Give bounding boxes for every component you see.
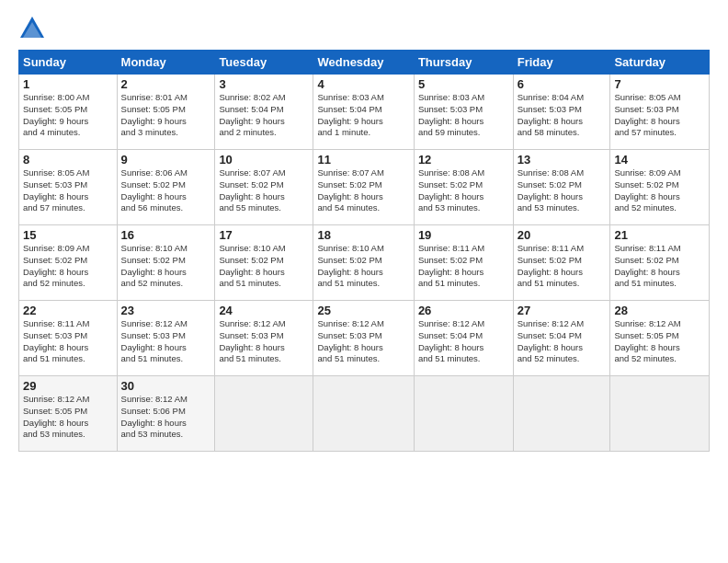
day-info: Sunrise: 8:10 AM Sunset: 5:02 PM Dayligh… (317, 243, 409, 290)
day-cell: 5Sunrise: 8:03 AM Sunset: 5:03 PM Daylig… (414, 75, 513, 150)
day-info: Sunrise: 8:09 AM Sunset: 5:02 PM Dayligh… (614, 167, 705, 214)
day-info: Sunrise: 8:07 AM Sunset: 5:02 PM Dayligh… (219, 167, 309, 214)
day-cell: 8Sunrise: 8:05 AM Sunset: 5:03 PM Daylig… (19, 150, 118, 225)
day-cell: 30Sunrise: 8:12 AM Sunset: 5:06 PM Dayli… (117, 376, 215, 452)
day-info: Sunrise: 8:11 AM Sunset: 5:02 PM Dayligh… (518, 243, 607, 290)
day-number: 4 (317, 77, 409, 91)
day-cell (414, 376, 513, 452)
day-number: 1 (23, 77, 113, 91)
day-info: Sunrise: 8:12 AM Sunset: 5:05 PM Dayligh… (23, 394, 113, 441)
day-cell: 12Sunrise: 8:08 AM Sunset: 5:02 PM Dayli… (414, 150, 513, 225)
day-cell (215, 376, 313, 452)
day-cell: 4Sunrise: 8:03 AM Sunset: 5:04 PM Daylig… (313, 75, 414, 150)
day-info: Sunrise: 8:04 AM Sunset: 5:03 PM Dayligh… (518, 92, 607, 139)
day-cell: 22Sunrise: 8:11 AM Sunset: 5:03 PM Dayli… (19, 301, 118, 376)
day-info: Sunrise: 8:12 AM Sunset: 5:03 PM Dayligh… (121, 318, 211, 365)
day-info: Sunrise: 8:12 AM Sunset: 5:04 PM Dayligh… (418, 318, 509, 365)
day-number: 18 (317, 228, 409, 242)
week-row-2: 8Sunrise: 8:05 AM Sunset: 5:03 PM Daylig… (19, 150, 710, 225)
day-info: Sunrise: 8:12 AM Sunset: 5:05 PM Dayligh… (614, 318, 705, 365)
day-info: Sunrise: 8:07 AM Sunset: 5:02 PM Dayligh… (317, 167, 409, 214)
header-cell-friday: Friday (513, 51, 610, 75)
day-cell: 15Sunrise: 8:09 AM Sunset: 5:02 PM Dayli… (19, 225, 118, 301)
day-cell: 16Sunrise: 8:10 AM Sunset: 5:02 PM Dayli… (117, 225, 215, 301)
day-info: Sunrise: 8:09 AM Sunset: 5:02 PM Dayligh… (23, 243, 113, 290)
day-cell: 29Sunrise: 8:12 AM Sunset: 5:05 PM Dayli… (19, 376, 118, 452)
day-number: 12 (418, 153, 509, 167)
day-number: 10 (219, 153, 309, 167)
day-info: Sunrise: 8:12 AM Sunset: 5:04 PM Dayligh… (518, 318, 607, 365)
day-info: Sunrise: 8:05 AM Sunset: 5:03 PM Dayligh… (614, 92, 705, 139)
calendar-body: 1Sunrise: 8:00 AM Sunset: 5:05 PM Daylig… (19, 75, 710, 452)
day-info: Sunrise: 8:00 AM Sunset: 5:05 PM Dayligh… (23, 92, 113, 139)
day-info: Sunrise: 8:10 AM Sunset: 5:02 PM Dayligh… (121, 243, 211, 290)
day-info: Sunrise: 8:11 AM Sunset: 5:03 PM Dayligh… (23, 318, 113, 365)
day-number: 25 (317, 304, 409, 317)
day-info: Sunrise: 8:10 AM Sunset: 5:02 PM Dayligh… (219, 243, 309, 290)
day-cell: 26Sunrise: 8:12 AM Sunset: 5:04 PM Dayli… (414, 301, 513, 376)
day-cell: 9Sunrise: 8:06 AM Sunset: 5:02 PM Daylig… (117, 150, 215, 225)
day-number: 14 (614, 153, 705, 167)
day-cell: 3Sunrise: 8:02 AM Sunset: 5:04 PM Daylig… (215, 75, 313, 150)
day-info: Sunrise: 8:05 AM Sunset: 5:03 PM Dayligh… (23, 167, 113, 214)
day-number: 19 (418, 228, 509, 242)
day-number: 28 (614, 304, 705, 317)
header (18, 15, 710, 42)
day-info: Sunrise: 8:08 AM Sunset: 5:02 PM Dayligh… (418, 167, 509, 214)
week-row-1: 1Sunrise: 8:00 AM Sunset: 5:05 PM Daylig… (19, 75, 710, 150)
day-number: 7 (614, 77, 705, 91)
day-info: Sunrise: 8:08 AM Sunset: 5:02 PM Dayligh… (518, 167, 607, 214)
day-info: Sunrise: 8:12 AM Sunset: 5:03 PM Dayligh… (317, 318, 409, 365)
day-info: Sunrise: 8:12 AM Sunset: 5:06 PM Dayligh… (121, 394, 211, 441)
day-number: 17 (219, 228, 309, 242)
day-number: 29 (23, 379, 113, 393)
day-number: 24 (219, 304, 309, 317)
header-cell-saturday: Saturday (610, 51, 710, 75)
day-number: 23 (121, 304, 211, 317)
header-cell-sunday: Sunday (19, 51, 118, 75)
week-row-3: 15Sunrise: 8:09 AM Sunset: 5:02 PM Dayli… (19, 225, 710, 301)
header-cell-monday: Monday (117, 51, 215, 75)
day-info: Sunrise: 8:11 AM Sunset: 5:02 PM Dayligh… (614, 243, 705, 290)
day-cell: 24Sunrise: 8:12 AM Sunset: 5:03 PM Dayli… (215, 301, 313, 376)
day-number: 8 (23, 153, 113, 167)
day-number: 27 (518, 304, 607, 317)
week-row-4: 22Sunrise: 8:11 AM Sunset: 5:03 PM Dayli… (19, 301, 710, 376)
day-cell: 7Sunrise: 8:05 AM Sunset: 5:03 PM Daylig… (610, 75, 710, 150)
day-number: 26 (418, 304, 509, 317)
page: SundayMondayTuesdayWednesdayThursdayFrid… (0, 0, 728, 563)
day-number: 20 (518, 228, 607, 242)
day-cell: 17Sunrise: 8:10 AM Sunset: 5:02 PM Dayli… (215, 225, 313, 301)
day-number: 3 (219, 77, 309, 91)
day-number: 6 (518, 77, 607, 91)
day-cell: 20Sunrise: 8:11 AM Sunset: 5:02 PM Dayli… (513, 225, 610, 301)
day-info: Sunrise: 8:01 AM Sunset: 5:05 PM Dayligh… (121, 92, 211, 139)
header-cell-tuesday: Tuesday (215, 51, 313, 75)
day-cell: 14Sunrise: 8:09 AM Sunset: 5:02 PM Dayli… (610, 150, 710, 225)
day-info: Sunrise: 8:03 AM Sunset: 5:04 PM Dayligh… (317, 92, 409, 139)
day-cell: 2Sunrise: 8:01 AM Sunset: 5:05 PM Daylig… (117, 75, 215, 150)
day-cell: 23Sunrise: 8:12 AM Sunset: 5:03 PM Dayli… (117, 301, 215, 376)
day-cell: 11Sunrise: 8:07 AM Sunset: 5:02 PM Dayli… (313, 150, 414, 225)
day-number: 21 (614, 228, 705, 242)
day-info: Sunrise: 8:11 AM Sunset: 5:02 PM Dayligh… (418, 243, 509, 290)
week-row-5: 29Sunrise: 8:12 AM Sunset: 5:05 PM Dayli… (19, 376, 710, 452)
day-cell: 10Sunrise: 8:07 AM Sunset: 5:02 PM Dayli… (215, 150, 313, 225)
day-number: 9 (121, 153, 211, 167)
day-cell (610, 376, 710, 452)
day-cell: 13Sunrise: 8:08 AM Sunset: 5:02 PM Dayli… (513, 150, 610, 225)
day-number: 2 (121, 77, 211, 91)
day-number: 5 (418, 77, 509, 91)
day-info: Sunrise: 8:06 AM Sunset: 5:02 PM Dayligh… (121, 167, 211, 214)
day-cell: 27Sunrise: 8:12 AM Sunset: 5:04 PM Dayli… (513, 301, 610, 376)
day-info: Sunrise: 8:02 AM Sunset: 5:04 PM Dayligh… (219, 92, 309, 139)
day-cell: 28Sunrise: 8:12 AM Sunset: 5:05 PM Dayli… (610, 301, 710, 376)
calendar-header: SundayMondayTuesdayWednesdayThursdayFrid… (19, 51, 710, 75)
day-number: 15 (23, 228, 113, 242)
day-cell (513, 376, 610, 452)
day-cell: 19Sunrise: 8:11 AM Sunset: 5:02 PM Dayli… (414, 225, 513, 301)
day-number: 13 (518, 153, 607, 167)
day-number: 22 (23, 304, 113, 317)
day-cell: 1Sunrise: 8:00 AM Sunset: 5:05 PM Daylig… (19, 75, 118, 150)
logo (18, 15, 50, 42)
